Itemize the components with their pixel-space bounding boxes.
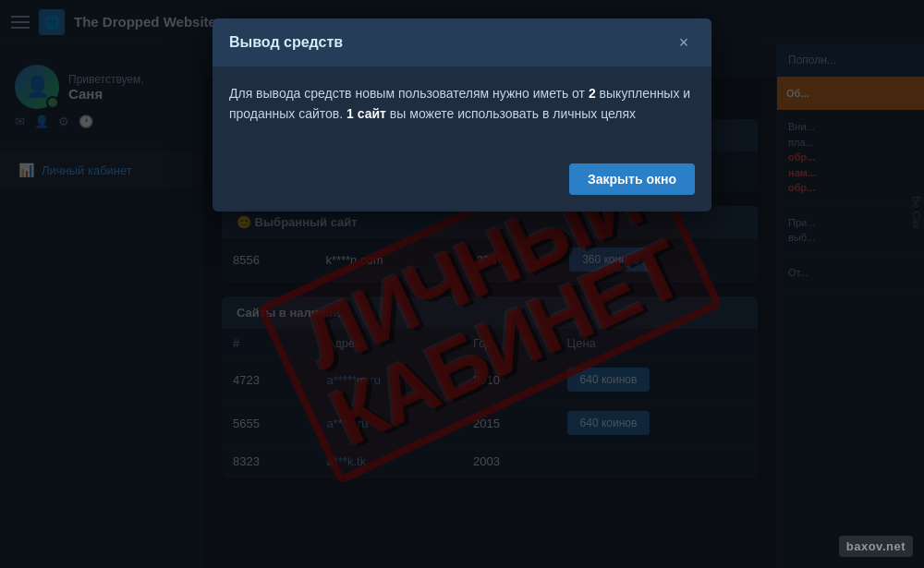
modal-body: Для вывода средств новым пользователям н…: [213, 66, 711, 163]
modal-overlay: Вывод средств × Для вывода средств новым…: [0, 0, 924, 568]
modal-header: Вывод средств ×: [213, 18, 711, 66]
watermark-tld: .net: [882, 539, 906, 553]
watermark-domain: baxov: [846, 539, 882, 553]
modal-title: Вывод средств: [229, 34, 343, 51]
close-modal-button[interactable]: Закрыть окно: [569, 163, 695, 195]
modal-footer: Закрыть окно: [213, 163, 711, 211]
modal-text: Для вывода средств новым пользователям н…: [229, 83, 695, 125]
baxov-watermark: baxov.net: [839, 536, 913, 557]
withdrawal-modal: Вывод средств × Для вывода средств новым…: [213, 18, 711, 211]
modal-close-button[interactable]: ×: [673, 31, 695, 54]
